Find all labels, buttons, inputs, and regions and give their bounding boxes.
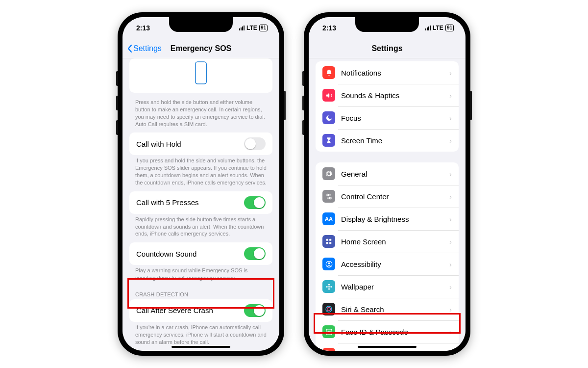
AA-icon: AA <box>322 212 335 225</box>
settings-row-face-id-passcode[interactable]: Face ID & Passcode› <box>316 320 459 343</box>
chevron-right-icon: › <box>449 192 452 201</box>
content-right[interactable]: Notifications›Sounds & Haptics›Focus›Scr… <box>309 58 466 351</box>
svg-rect-19 <box>326 329 331 334</box>
call-with-5-presses-note: Rapidly pressing the side button five ti… <box>122 214 279 243</box>
screen-left: 2:13 LTE 91 Settings Emergency SOS Press… <box>122 17 279 351</box>
call-with-5-presses-row[interactable]: Call with 5 Presses <box>129 191 272 214</box>
cellular-signal-icon <box>239 26 245 30</box>
call-after-severe-crash-label: Call After Severe Crash <box>136 306 244 315</box>
settings-row-sounds-haptics[interactable]: Sounds & Haptics› <box>316 84 459 106</box>
SOS-icon: SOS <box>322 348 335 351</box>
gear-icon <box>322 167 335 180</box>
call-with-5-presses-toggle[interactable] <box>244 196 266 209</box>
nav-bar: Settings <box>309 39 466 58</box>
home-indicator[interactable] <box>172 346 230 348</box>
settings-row-notifications[interactable]: Notifications› <box>316 61 459 84</box>
call-with-5-presses-label: Call with 5 Presses <box>136 198 244 207</box>
svg-point-14 <box>328 288 329 289</box>
row-label: Control Center <box>341 192 449 201</box>
battery-indicator: 91 <box>445 25 454 31</box>
svg-point-12 <box>328 286 329 287</box>
chevron-right-icon: › <box>449 114 452 122</box>
svg-point-21 <box>329 331 330 331</box>
settings-group-b: General›Control Center›AADisplay & Brigh… <box>316 162 459 351</box>
settings-row-home-screen[interactable]: Home Screen› <box>316 230 459 253</box>
speaker-icon <box>322 89 335 102</box>
row-label: Sounds & Haptics <box>341 91 449 100</box>
svg-point-18 <box>327 308 331 311</box>
row-label: Siri & Search <box>341 305 449 314</box>
chevron-right-icon: › <box>449 283 452 291</box>
sos-illustration <box>129 58 272 93</box>
settings-row-display-brightness[interactable]: AADisplay & Brightness› <box>316 208 459 230</box>
chevron-right-icon: › <box>449 328 452 336</box>
countdown-sound-row[interactable]: Countdown Sound <box>129 242 272 265</box>
svg-point-16 <box>330 286 332 287</box>
settings-row-screen-time[interactable]: Screen Time› <box>316 129 459 152</box>
svg-point-2 <box>327 194 329 196</box>
chevron-right-icon: › <box>449 69 452 77</box>
screen-right: 2:13 LTE 91 Settings Notifications›Sound… <box>309 17 466 351</box>
row-label: Display & Brightness <box>341 215 449 223</box>
svg-point-4 <box>329 197 331 199</box>
status-time: 2:13 <box>322 24 336 32</box>
back-button[interactable]: Settings <box>127 44 162 53</box>
carrier-label: LTE <box>433 25 443 31</box>
svg-rect-6 <box>326 239 328 241</box>
settings-row-general[interactable]: General› <box>316 162 459 185</box>
row-label: Accessibility <box>341 260 449 268</box>
settings-row-control-center[interactable]: Control Center› <box>316 185 459 208</box>
switches-icon <box>322 190 335 203</box>
call-with-hold-label: Call with Hold <box>136 140 244 148</box>
settings-group-a: Notifications›Sounds & Haptics›Focus›Scr… <box>316 61 459 152</box>
row-label: Notifications <box>341 69 449 77</box>
chevron-right-icon: › <box>449 215 452 223</box>
row-label: Wallpaper <box>341 283 449 291</box>
status-time: 2:13 <box>136 24 150 32</box>
cellular-signal-icon <box>425 26 431 30</box>
countdown-sound-note: Play a warning sound while Emergency SOS… <box>122 265 279 287</box>
row-label: Focus <box>341 114 449 122</box>
svg-rect-8 <box>326 242 328 244</box>
svg-point-15 <box>326 286 327 287</box>
grid-icon <box>322 235 335 248</box>
moon-icon <box>322 111 335 124</box>
call-after-severe-crash-row[interactable]: Call After Severe Crash <box>129 299 272 322</box>
call-with-hold-note: If you press and hold the side and volum… <box>122 155 279 191</box>
hourglass-icon <box>322 134 335 147</box>
person-icon <box>322 258 335 270</box>
notch <box>355 17 419 32</box>
settings-row-focus[interactable]: Focus› <box>316 106 459 129</box>
svg-point-11 <box>328 262 330 264</box>
call-with-hold-toggle[interactable] <box>244 137 266 150</box>
countdown-sound-label: Countdown Sound <box>136 250 244 258</box>
settings-row-wallpaper[interactable]: Wallpaper› <box>316 275 459 298</box>
phone-frame-right: 2:13 LTE 91 Settings Notifications›Sound… <box>304 12 470 356</box>
chevron-right-icon: › <box>449 350 452 351</box>
crash-detection-header: CRASH DETECTION <box>122 287 279 299</box>
call-after-severe-crash-toggle[interactable] <box>244 304 266 317</box>
row-label: General <box>341 170 449 178</box>
chevron-right-icon: › <box>449 136 452 145</box>
svg-point-20 <box>328 331 328 331</box>
phone-frame-left: 2:13 LTE 91 Settings Emergency SOS Press… <box>118 12 284 356</box>
content-left[interactable]: Press and hold the side button and eithe… <box>122 58 279 351</box>
row-label: Face ID & Passcode <box>341 328 449 336</box>
chevron-right-icon: › <box>449 91 452 100</box>
bell-icon <box>322 66 335 79</box>
countdown-sound-toggle[interactable] <box>244 247 266 260</box>
home-indicator[interactable] <box>358 346 416 348</box>
settings-row-siri-search[interactable]: Siri & Search› <box>316 298 459 320</box>
svg-point-13 <box>328 284 329 285</box>
chevron-right-icon: › <box>449 305 452 314</box>
page-title: Settings <box>371 44 402 53</box>
flower-icon <box>322 280 335 293</box>
settings-row-accessibility[interactable]: Accessibility› <box>316 253 459 275</box>
row-label: Screen Time <box>341 136 449 145</box>
notch <box>169 17 233 32</box>
battery-indicator: 91 <box>259 25 268 31</box>
siri-icon <box>322 303 335 315</box>
call-with-hold-row[interactable]: Call with Hold <box>129 132 272 155</box>
svg-rect-7 <box>329 239 331 241</box>
svg-rect-0 <box>196 62 207 84</box>
